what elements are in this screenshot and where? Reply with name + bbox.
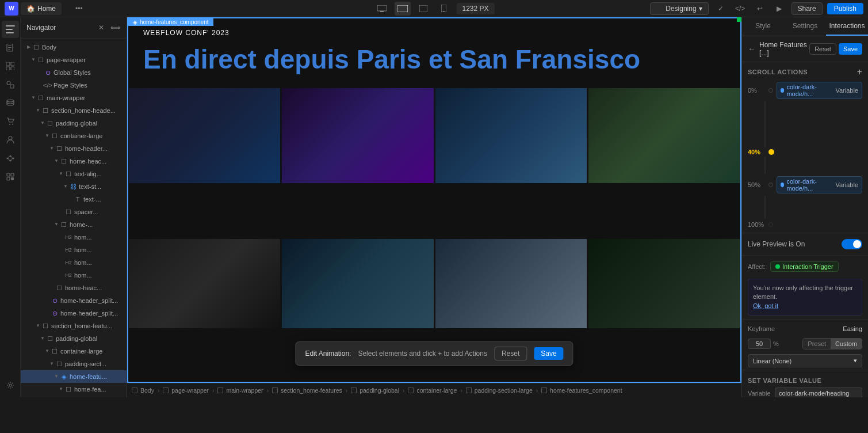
close-navigator-btn[interactable]: ✕ — [95, 22, 107, 33]
nav-item-home-heac-2[interactable]: ☐ home-heac... — [21, 282, 127, 294]
panel-reset-btn[interactable]: Reset — [809, 43, 836, 55]
nav-item-page-styles[interactable]: </> Page Styles — [21, 79, 127, 92]
toggle-section-home-header[interactable]: ▼ — [35, 107, 41, 114]
nav-item-padding-global-1[interactable]: ▼ ☐ padding-global — [21, 117, 127, 130]
toggle-container-large-2[interactable]: ▼ — [44, 348, 51, 355]
affect-value[interactable]: Interaction Trigger — [770, 261, 839, 272]
live-preview-toggle[interactable] — [842, 239, 862, 249]
add-scroll-action-btn[interactable]: + — [857, 67, 862, 77]
cms-icon-btn[interactable] — [2, 94, 19, 112]
ecommerce-icon-btn[interactable] — [2, 113, 19, 130]
ok-got-it-link[interactable]: Ok, got it — [753, 302, 778, 309]
settings-icon-btn[interactable] — [2, 377, 19, 394]
users-icon-btn[interactable] — [2, 131, 19, 149]
nav-item-spacer-1[interactable]: ☐ spacer... — [21, 206, 127, 218]
logic-icon-btn[interactable] — [2, 150, 19, 167]
toggle-hom-h2-3[interactable] — [58, 259, 64, 266]
nav-item-home-features-component[interactable]: ▼ ◈ home-featu... — [21, 370, 127, 383]
device-large-btn[interactable] — [394, 2, 410, 16]
nav-item-hom-h2-3[interactable]: H2 hom... — [21, 256, 127, 269]
history-icon-btn[interactable]: ↩ — [752, 1, 767, 16]
components-icon-btn[interactable] — [2, 58, 19, 75]
toggle-padding-global-2[interactable]: ▼ — [39, 335, 46, 342]
assets-icon-btn[interactable] — [2, 76, 19, 93]
nav-item-global-styles[interactable]: ⊙ Global Styles — [21, 66, 127, 79]
toggle-home-heac-2[interactable] — [48, 284, 55, 291]
nav-item-home-fea[interactable]: ▼ ☐ home-fea... — [21, 383, 127, 396]
panel-save-btn[interactable]: Save — [839, 43, 862, 55]
nav-item-section-home-features[interactable]: ▼ ☐ section_home-featu... — [21, 320, 127, 332]
nav-item-padding-global-2[interactable]: ▼ ☐ padding-global — [21, 332, 127, 345]
bc-section-home-features[interactable]: section_home-features — [270, 386, 345, 394]
toggle-header-split-1[interactable] — [44, 297, 51, 304]
nav-item-home-group[interactable]: ▼ ☐ home-... — [21, 218, 127, 231]
expand-navigator-btn[interactable]: ⟺ — [109, 22, 121, 33]
device-mobile-btn[interactable] — [435, 2, 452, 16]
nav-item-home-header[interactable]: ▼ ☐ home-header... — [21, 142, 127, 155]
bc-padding-global[interactable]: padding-global — [349, 386, 402, 394]
tab-style[interactable]: Style — [742, 17, 784, 36]
device-medium-btn[interactable] — [415, 2, 431, 16]
canvas[interactable]: ◈ home-features_component WEBFLOW CONF' … — [127, 17, 741, 397]
nav-item-section-home-header[interactable]: ▼ ☐ section_home-heade... — [21, 104, 127, 117]
nav-item-text-st-link[interactable]: ▼ ⛓ text-st... — [21, 180, 127, 193]
toggle-home-heac[interactable]: ▼ — [53, 158, 60, 165]
toggle-home-header[interactable]: ▼ — [48, 145, 55, 152]
tab-settings[interactable]: Settings — [784, 17, 826, 36]
toggle-text-st[interactable]: ▼ — [62, 183, 69, 190]
toggle-home-fea[interactable]: ▼ — [58, 386, 64, 393]
nav-item-text-node[interactable]: T text-... — [21, 193, 127, 206]
edit-animation-reset-btn[interactable]: Reset — [494, 347, 527, 360]
toggle-section-home-features[interactable]: ▼ — [35, 322, 41, 329]
toggle-spacer-1[interactable] — [58, 208, 64, 215]
toggle-text-alig[interactable]: ▼ — [58, 170, 64, 177]
nav-item-page-wrapper[interactable]: ▼ ☐ page-wrapper — [21, 54, 127, 66]
toggle-padding-sect[interactable]: ▼ — [48, 360, 55, 367]
variable-name-input[interactable] — [775, 388, 862, 397]
publish-button[interactable]: Publish — [827, 3, 863, 14]
nav-item-padding-sect[interactable]: ▼ ☐ padding-sect... — [21, 358, 127, 370]
toggle-container-large-1[interactable]: ▼ — [44, 132, 51, 139]
check-icon-btn[interactable]: ✓ — [713, 1, 728, 16]
toggle-hom-h2-2[interactable] — [58, 246, 64, 253]
play-icon-btn[interactable]: ▶ — [772, 1, 787, 16]
custom-btn[interactable]: Custom — [831, 339, 862, 349]
variable-badge-0[interactable]: color-dark-mode/h... Variable — [777, 82, 862, 99]
nav-item-hom-h2-1[interactable]: H2 hom... — [21, 231, 127, 244]
bc-container-large[interactable]: container-large — [406, 386, 459, 394]
toggle-padding-global-1[interactable]: ▼ — [39, 120, 46, 127]
bc-home-features-component[interactable]: home-features_component — [539, 386, 625, 394]
home-tab[interactable]: 🏠 Home — [21, 2, 62, 15]
nav-item-text-st-2[interactable]: T text-st... — [21, 396, 127, 397]
webflow-logo[interactable]: W — [5, 2, 18, 16]
toggle-home-features-component[interactable]: ▼ — [53, 373, 60, 380]
toggle-main-wrapper[interactable]: ▼ — [30, 94, 37, 101]
tab-interactions[interactable]: Interactions — [826, 17, 868, 36]
nav-item-header-split-2[interactable]: ⊙ home-header_split... — [21, 307, 127, 320]
nav-item-body[interactable]: ▶ ☐ Body — [21, 41, 127, 54]
bc-page-wrapper[interactable]: page-wrapper — [160, 386, 211, 394]
toggle-hom-h2-1[interactable] — [58, 234, 64, 241]
bc-body[interactable]: Body — [129, 386, 156, 394]
toggle-home-group[interactable]: ▼ — [53, 221, 60, 228]
toggle-text-node[interactable] — [67, 196, 74, 203]
variable-badge-50[interactable]: color-dark-mode/h... Variable — [777, 176, 862, 193]
scroll-keyframe-40[interactable]: 40% — [742, 147, 868, 157]
nav-item-header-split-1[interactable]: ⊙ home-header_split... — [21, 294, 127, 307]
pages-icon-btn[interactable] — [2, 39, 19, 56]
nav-item-home-heac[interactable]: ▼ ☐ home-heac... — [21, 155, 127, 168]
bc-main-wrapper[interactable]: main-wrapper — [215, 386, 265, 394]
easing-select[interactable]: Linear (None) ▾ — [748, 354, 862, 367]
share-button[interactable]: Share — [791, 2, 823, 15]
back-arrow-icon[interactable]: ← — [748, 44, 756, 54]
device-desktop-btn[interactable] — [373, 2, 389, 16]
nav-item-hom-h2-4[interactable]: H2 hom... — [21, 269, 127, 282]
code-icon-btn[interactable]: </> — [733, 1, 748, 16]
designing-btn[interactable]: Designing ▾ — [650, 2, 708, 15]
toggle-global-styles[interactable] — [37, 69, 44, 76]
bc-padding-section-large[interactable]: padding-section-large — [464, 386, 535, 394]
keyframe-number-input[interactable] — [748, 339, 771, 349]
tab-overflow-dots[interactable]: ••• — [75, 5, 83, 13]
toggle-body[interactable]: ▶ — [25, 44, 32, 51]
canvas-content[interactable]: ◈ home-features_component WEBFLOW CONF' … — [127, 17, 741, 383]
